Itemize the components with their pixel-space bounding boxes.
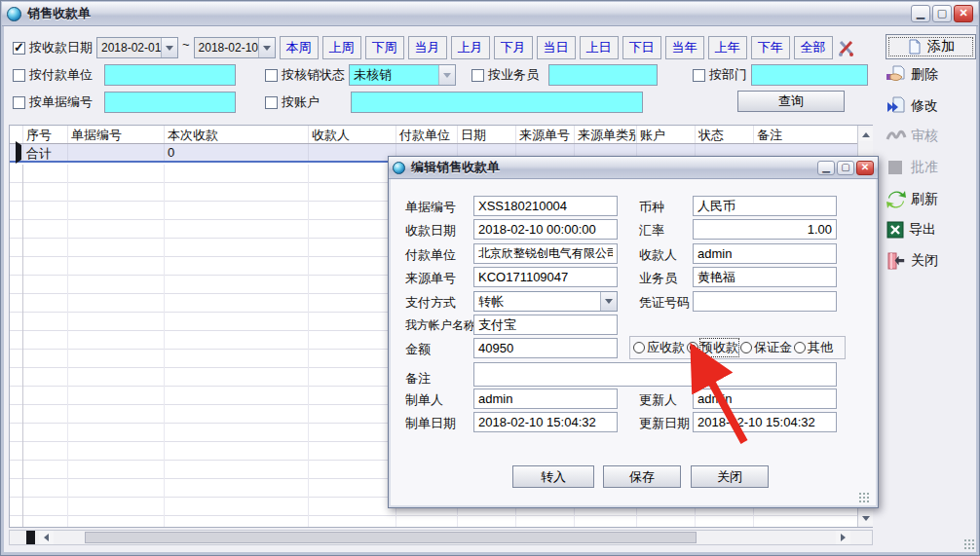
update-date-field[interactable] [693,412,837,432]
account-filter-input[interactable] [351,92,643,113]
payee-field[interactable] [693,243,837,264]
pay-method-select[interactable]: 转帐 [473,291,618,312]
salesman-filter-input[interactable] [548,64,658,86]
approve-button[interactable]: 批准 [886,159,938,176]
col-source-no[interactable]: 来源单号 [516,126,575,143]
chevron-down-icon[interactable] [438,65,455,85]
quick-next-week-button[interactable]: 下周 [365,36,404,59]
col-amount[interactable]: 本次收款 [165,126,309,143]
minimize-button[interactable]: ▁ [911,5,930,22]
chevron-down-icon[interactable] [600,292,617,311]
col-remark[interactable]: 备注 [754,126,857,143]
receipt-type-radio-group: 应收款 预收款 保证金 其他 [629,336,846,359]
horizontal-scrollbar[interactable] [9,530,873,545]
account-filter-checkbox[interactable] [265,96,278,109]
update-date-label: 更新日期 [639,415,690,432]
col-date[interactable]: 日期 [458,126,516,143]
dialog-resize-grip[interactable] [858,492,870,503]
scroll-left-icon[interactable] [39,531,54,544]
hscroll-thumb[interactable] [85,532,697,543]
rate-field[interactable] [693,219,837,240]
scroll-down-icon[interactable] [858,511,873,525]
audit-button[interactable]: 审核 [886,128,938,145]
modify-button[interactable]: 修改 [886,96,938,116]
quick-yesterday-button[interactable]: 上日 [580,36,619,59]
col-payer[interactable]: 付款单位 [396,126,458,143]
quick-this-month-button[interactable]: 当月 [408,36,447,59]
col-account[interactable]: 账户 [637,126,696,143]
radio-receivable[interactable] [633,342,645,353]
dialog-close-button[interactable]: ✕ [856,161,874,175]
quick-all-button[interactable]: 全部 [794,36,833,59]
remark-label: 备注 [405,370,431,388]
dept-filter-label: 按部门 [709,66,747,84]
col-docno[interactable]: 单据编号 [68,126,165,143]
docno-filter-checkbox[interactable] [13,96,25,109]
scroll-right-icon[interactable] [836,531,850,544]
scroll-up-icon[interactable] [858,128,873,141]
grid-header: 序号 单据编号 本次收款 收款人 付款单位 日期 来源单号 来源单类别 账户 状… [10,126,857,144]
payer-filter-input[interactable] [104,64,236,86]
col-status[interactable]: 状态 [696,126,754,143]
chevron-down-icon[interactable] [161,38,177,57]
receipt-date-field[interactable] [473,219,618,240]
radio-other[interactable] [794,342,806,353]
radio-deposit[interactable] [740,342,752,353]
window-resize-grip[interactable] [963,538,975,550]
remark-field[interactable] [473,362,837,387]
close-button[interactable]: ✕ [954,5,973,22]
writeoff-filter-checkbox[interactable] [265,69,278,82]
date-from-select[interactable]: 2018-02-01 [96,37,178,58]
create-date-field[interactable] [473,412,618,432]
export-button[interactable]: 导出 [886,221,936,239]
dialog-minimize-button[interactable]: ▁ [817,161,835,175]
quick-today-button[interactable]: 当日 [537,36,576,59]
creator-field[interactable] [473,389,618,409]
splitter-handle[interactable] [26,531,35,544]
quick-tomorrow-button[interactable]: 下日 [622,36,661,59]
date-filter-checkbox[interactable] [13,42,25,55]
writeoff-status-select[interactable]: 未核销 [349,64,456,86]
salesman-filter-checkbox[interactable] [471,69,484,82]
quick-this-week-button[interactable]: 本周 [280,36,319,59]
dept-filter-checkbox[interactable] [693,69,705,82]
source-no-field[interactable] [473,267,618,287]
date-to-select[interactable]: 2018-02-10 [194,37,276,58]
voucher-field[interactable] [693,291,837,312]
currency-field[interactable] [693,196,837,216]
quick-last-week-button[interactable]: 上周 [322,36,361,59]
filter-row-3: 按单据编号 按账户 [13,91,643,114]
refresh-button[interactable]: 刷新 [886,190,938,209]
col-payee[interactable]: 收款人 [309,126,396,143]
our-account-label: 我方帐户名称 [405,317,475,334]
salesman-field[interactable] [693,267,837,287]
updater-field[interactable] [693,389,837,409]
receipt-date-label: 收款日期 [405,222,456,240]
doc-no-field[interactable] [473,196,618,216]
payer-filter-checkbox[interactable] [13,69,25,82]
search-button[interactable]: 查询 [737,91,845,112]
quick-next-year-button[interactable]: 下年 [751,36,790,59]
save-button[interactable]: 保存 [603,465,681,488]
col-seq[interactable]: 序号 [23,126,68,143]
transfer-button[interactable]: 转入 [512,465,594,488]
add-button[interactable]: 添加 [886,34,976,59]
dialog-close-action-button[interactable]: 关闭 [691,465,769,488]
radio-advance-receipt[interactable] [687,342,698,353]
dialog-maximize-button[interactable]: ▢ [837,161,854,175]
payer-field[interactable] [473,243,618,264]
col-source-type[interactable]: 来源单类别 [575,126,637,143]
close-window-button[interactable]: 关闭 [886,251,938,271]
docno-filter-input[interactable] [104,92,236,113]
quick-last-month-button[interactable]: 上月 [451,36,490,59]
quick-next-month-button[interactable]: 下月 [494,36,533,59]
quick-this-year-button[interactable]: 当年 [665,36,704,59]
chevron-down-icon[interactable] [258,38,275,57]
our-account-field[interactable] [473,315,618,335]
tools-icon[interactable] [837,38,856,57]
dept-filter-input[interactable] [751,64,868,86]
maximize-button[interactable]: ▢ [932,5,952,22]
amount-field[interactable] [473,338,618,358]
delete-button[interactable]: 删除 [886,65,938,85]
quick-last-year-button[interactable]: 上年 [708,36,747,59]
